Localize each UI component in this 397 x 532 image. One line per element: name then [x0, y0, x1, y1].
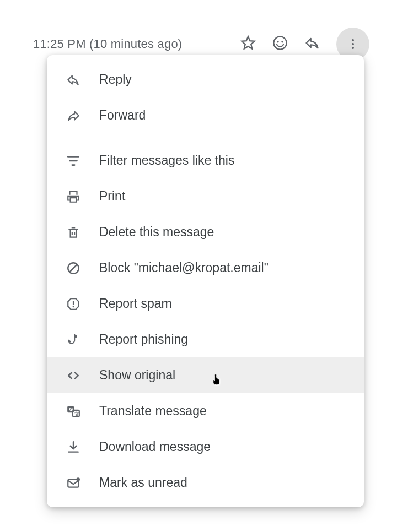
- svg-line-7: [69, 264, 77, 272]
- menu-item-forward[interactable]: Forward: [47, 97, 364, 133]
- reply-icon[interactable]: [304, 35, 320, 53]
- menu-label: Report phishing: [99, 332, 188, 347]
- svg-point-4: [352, 43, 354, 45]
- forward-arrow-icon: [66, 108, 81, 123]
- menu-item-download[interactable]: Download message: [47, 429, 364, 465]
- spam-icon: [66, 297, 81, 311]
- code-icon: [66, 368, 81, 383]
- print-icon: [66, 189, 81, 204]
- menu-item-phishing[interactable]: Report phishing: [47, 322, 364, 357]
- svg-text:文: 文: [74, 411, 79, 416]
- menu-label: Forward: [99, 108, 146, 123]
- translate-icon: G文: [66, 404, 81, 419]
- phishing-hook-icon: [66, 333, 81, 347]
- menu-item-delete[interactable]: Delete this message: [47, 214, 364, 250]
- svg-point-2: [281, 41, 283, 43]
- emoji-icon[interactable]: [272, 35, 288, 53]
- menu-label: Report spam: [99, 296, 172, 311]
- menu-item-show-original[interactable]: Show original: [47, 357, 364, 393]
- svg-point-17: [76, 477, 80, 481]
- menu-label: Translate message: [99, 404, 207, 419]
- menu-label: Mark as unread: [99, 475, 187, 490]
- svg-point-1: [277, 41, 279, 43]
- menu-label: Show original: [99, 368, 175, 383]
- svg-point-11: [74, 334, 77, 337]
- menu-item-mark-unread[interactable]: Mark as unread: [47, 465, 364, 501]
- block-icon: [66, 261, 81, 275]
- menu-item-spam[interactable]: Report spam: [47, 286, 364, 322]
- more-menu: Reply Forward Filter messages like this …: [47, 55, 364, 507]
- menu-label: Delete this message: [99, 225, 214, 240]
- svg-point-10: [73, 306, 74, 307]
- svg-point-0: [273, 36, 286, 49]
- menu-item-print[interactable]: Print: [47, 178, 364, 214]
- menu-item-translate[interactable]: G文 Translate message: [47, 393, 364, 429]
- reply-arrow-icon: [66, 73, 81, 87]
- menu-item-block[interactable]: Block "michael@kropat.email": [47, 250, 364, 286]
- svg-text:G: G: [69, 406, 73, 411]
- menu-divider: [47, 138, 364, 138]
- timestamp-label: 11:25 PM (10 minutes ago): [33, 37, 182, 51]
- menu-label: Block "michael@kropat.email": [99, 260, 269, 275]
- star-icon[interactable]: [240, 35, 256, 53]
- svg-point-3: [352, 39, 354, 41]
- trash-icon: [66, 225, 81, 240]
- filter-icon: [66, 154, 81, 168]
- menu-item-filter[interactable]: Filter messages like this: [47, 143, 364, 178]
- svg-point-5: [352, 47, 354, 49]
- menu-item-reply[interactable]: Reply: [47, 62, 364, 97]
- menu-label: Print: [99, 189, 125, 204]
- menu-label: Filter messages like this: [99, 153, 234, 168]
- menu-label: Reply: [99, 72, 132, 87]
- mark-unread-icon: [66, 476, 81, 490]
- menu-label: Download message: [99, 439, 211, 454]
- download-icon: [66, 440, 81, 454]
